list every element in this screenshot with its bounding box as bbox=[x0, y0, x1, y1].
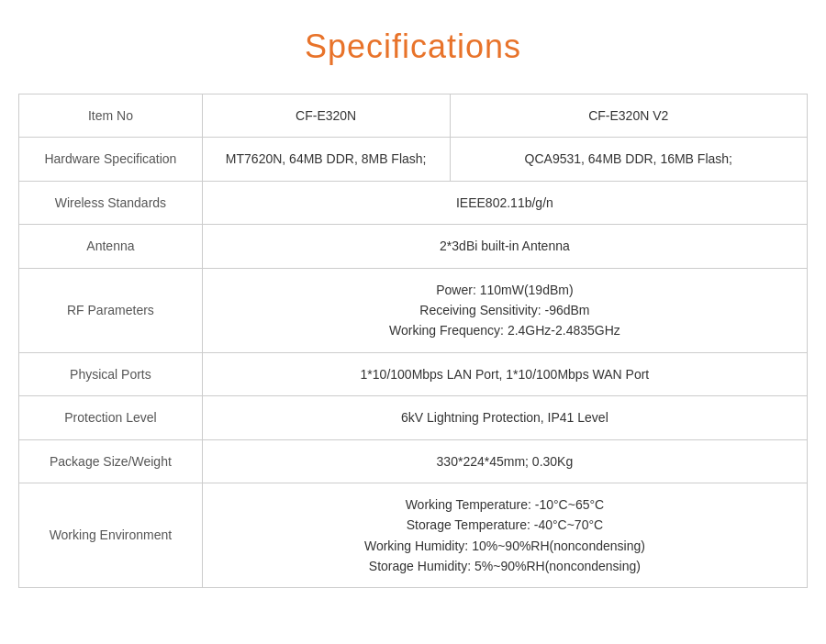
row-value-col1: CF-E320N bbox=[202, 94, 450, 138]
row-label: Item No bbox=[19, 94, 203, 138]
row-value: 6kV Lightning Protection, IP41 Level bbox=[202, 396, 807, 439]
table-row: Item NoCF-E320NCF-E320N V2 bbox=[19, 94, 808, 138]
row-label: Antenna bbox=[19, 225, 203, 268]
row-value: 2*3dBi built-in Antenna bbox=[202, 225, 807, 268]
table-row: Wireless StandardsIEEE802.11b/g/n bbox=[19, 181, 808, 224]
row-value-col1: MT7620N, 64MB DDR, 8MB Flash; bbox=[202, 138, 450, 181]
row-value-col2: CF-E320N V2 bbox=[450, 94, 807, 138]
row-label: Physical Ports bbox=[19, 352, 203, 395]
page-title: Specifications bbox=[305, 28, 521, 66]
table-row: RF ParametersPower: 110mW(19dBm)Receivin… bbox=[19, 268, 808, 352]
row-value: 1*10/100Mbps LAN Port, 1*10/100Mbps WAN … bbox=[202, 352, 807, 395]
specifications-table: Item NoCF-E320NCF-E320N V2Hardware Speci… bbox=[18, 94, 808, 588]
table-row: Package Size/Weight330*224*45mm; 0.30Kg bbox=[19, 439, 808, 483]
table-row: Antenna2*3dBi built-in Antenna bbox=[19, 225, 808, 268]
row-label: Working Environment bbox=[19, 483, 203, 588]
row-label: RF Parameters bbox=[19, 268, 203, 352]
table-row: Physical Ports1*10/100Mbps LAN Port, 1*1… bbox=[19, 352, 808, 395]
row-value: 330*224*45mm; 0.30Kg bbox=[202, 439, 807, 483]
row-label: Protection Level bbox=[19, 396, 203, 439]
row-value-col2: QCA9531, 64MB DDR, 16MB Flash; bbox=[450, 138, 807, 181]
row-value: Working Temperature: -10°C~65°CStorage T… bbox=[202, 483, 807, 588]
row-label: Hardware Specification bbox=[19, 138, 203, 181]
table-row: Hardware SpecificationMT7620N, 64MB DDR,… bbox=[19, 138, 808, 181]
table-row: Working EnvironmentWorking Temperature: … bbox=[19, 483, 808, 588]
row-value: IEEE802.11b/g/n bbox=[202, 181, 807, 224]
row-label: Wireless Standards bbox=[19, 181, 203, 224]
table-row: Protection Level6kV Lightning Protection… bbox=[19, 396, 808, 439]
row-value: Power: 110mW(19dBm)Receiving Sensitivity… bbox=[202, 268, 807, 352]
row-label: Package Size/Weight bbox=[19, 439, 203, 483]
